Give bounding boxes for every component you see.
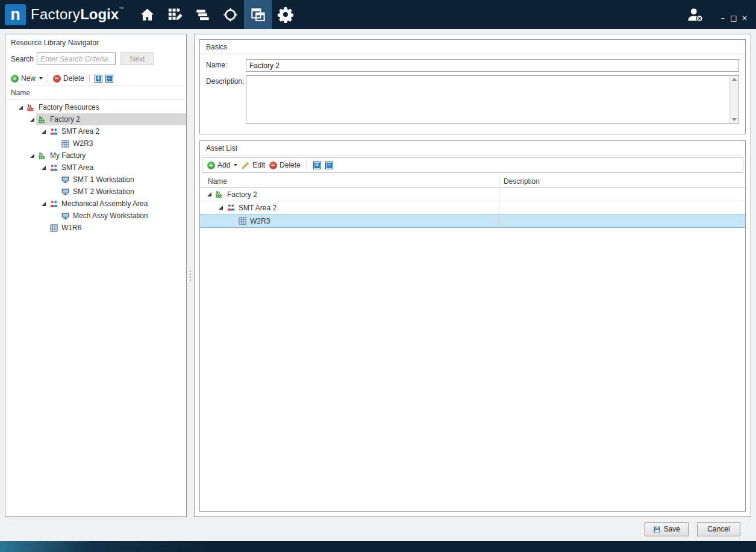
add-button[interactable]: Add bbox=[207, 161, 237, 169]
add-button-label: Add bbox=[217, 161, 230, 169]
column-header-description[interactable]: Description bbox=[499, 175, 745, 187]
asset-table-header: Name Description bbox=[200, 175, 745, 188]
asset-row-smt-area-2[interactable]: SMT Area 2 bbox=[200, 201, 745, 215]
forms-icon bbox=[250, 7, 266, 23]
new-button-label: New bbox=[21, 74, 36, 83]
edit-button-label: Edit bbox=[252, 161, 265, 169]
row-name-cell: SMT 2 Workstation bbox=[5, 186, 186, 198]
nav-item-settings[interactable] bbox=[272, 0, 299, 29]
row-content: SMT Area 2 bbox=[225, 201, 499, 214]
expander-open-icon[interactable] bbox=[42, 166, 46, 170]
row-name-cell: SMT Area 2 bbox=[5, 125, 186, 137]
tree-item-factory-resources[interactable]: Factory Resources bbox=[5, 101, 186, 113]
column-header-name[interactable]: Name bbox=[200, 177, 499, 186]
tree-item-smt-2-workstation[interactable]: SMT 2 Workstation bbox=[5, 186, 186, 198]
tree-item-w2r3[interactable]: W2R3 bbox=[5, 137, 186, 149]
search-label: Search bbox=[11, 55, 34, 63]
row-content: W1R6 bbox=[48, 222, 186, 234]
asset-description-cell bbox=[499, 201, 745, 214]
row-content: SMT 1 Workstation bbox=[59, 174, 186, 186]
expander-open-icon[interactable] bbox=[30, 154, 34, 158]
name-input[interactable] bbox=[246, 59, 739, 72]
nav-item-production[interactable] bbox=[189, 0, 216, 29]
asset-table-body: Factory 2SMT Area 2W2R3 bbox=[200, 188, 745, 228]
item-label: SMT Area 2 bbox=[61, 127, 99, 136]
tree-item-smt-area[interactable]: SMT Area bbox=[5, 162, 186, 174]
expand-all-button[interactable] bbox=[95, 75, 102, 83]
edit-button[interactable]: Edit bbox=[242, 161, 265, 169]
user-account-icon[interactable] bbox=[686, 7, 704, 23]
asset-row-w2r3[interactable]: W2R3 bbox=[200, 215, 745, 228]
dropdown-caret-icon bbox=[234, 164, 237, 166]
toolbar-separator bbox=[89, 74, 90, 83]
item-label: My Factory bbox=[50, 151, 86, 160]
expander-open-icon[interactable] bbox=[207, 192, 211, 196]
tree-item-smt-1-workstation[interactable]: SMT 1 Workstation bbox=[5, 174, 186, 186]
item-label: W2R3 bbox=[250, 217, 270, 225]
nav-item-home[interactable] bbox=[133, 0, 161, 29]
main-nav bbox=[133, 0, 299, 29]
rack-icon bbox=[61, 139, 70, 148]
tree-item-mech-assy-workstation[interactable]: Mech Assy Workstation bbox=[5, 210, 186, 222]
row-content: SMT Area bbox=[48, 162, 186, 174]
row-content: Factory Resources bbox=[25, 101, 186, 113]
nav-item-resources[interactable] bbox=[244, 0, 272, 29]
asset-description-cell bbox=[499, 188, 745, 201]
collapse-all-assets-button[interactable] bbox=[325, 162, 333, 169]
application-window: n FactoryLogix™ bbox=[0, 0, 756, 552]
delete-button-label: Delete bbox=[63, 74, 84, 83]
titlebar: n FactoryLogix™ bbox=[0, 0, 756, 29]
stacked-trays-icon bbox=[195, 7, 211, 23]
scroll-down-icon[interactable] bbox=[732, 118, 737, 121]
expand-all-assets-button[interactable] bbox=[313, 162, 321, 169]
tree-item-factory-2[interactable]: Factory 2 bbox=[5, 113, 186, 125]
new-button[interactable]: New bbox=[11, 74, 43, 83]
asset-list-section: Asset List Add Edit Delete bbox=[199, 140, 746, 512]
item-label: SMT 1 Workstation bbox=[73, 175, 134, 184]
cancel-button[interactable]: Cancel bbox=[697, 522, 740, 536]
add-circle-icon bbox=[11, 75, 19, 83]
tree-item-mechanical-assembly-area[interactable]: Mechanical Assembly Area bbox=[5, 198, 186, 210]
asset-description-cell bbox=[499, 215, 745, 227]
scroll-up-icon[interactable] bbox=[732, 78, 737, 81]
nav-item-dispatch[interactable] bbox=[216, 0, 244, 29]
panel-splitter[interactable] bbox=[187, 34, 194, 517]
factory-green-icon bbox=[38, 115, 47, 124]
expander-open-icon[interactable] bbox=[30, 118, 34, 122]
expander-open-icon[interactable] bbox=[42, 202, 46, 206]
tree-item-w1r6[interactable]: W1R6 bbox=[5, 222, 186, 234]
close-button[interactable]: × bbox=[739, 14, 750, 22]
search-input[interactable] bbox=[37, 52, 116, 65]
item-label: W1R6 bbox=[61, 224, 81, 232]
delete-circle-icon bbox=[53, 75, 61, 83]
item-label: Mechanical Assembly Area bbox=[61, 199, 148, 208]
textarea-scrollbar[interactable] bbox=[729, 76, 739, 123]
expander-open-icon[interactable] bbox=[42, 130, 46, 134]
grid-pencil-icon bbox=[167, 7, 183, 23]
expander-open-icon[interactable] bbox=[19, 105, 23, 110]
panel-title: Resource Library Navigator bbox=[5, 34, 186, 51]
save-button[interactable]: Save bbox=[645, 522, 689, 536]
trademark-symbol: ™ bbox=[119, 6, 123, 11]
status-footer bbox=[0, 541, 756, 552]
minimize-button[interactable]: – bbox=[717, 14, 728, 22]
tree-item-smt-area-2[interactable]: SMT Area 2 bbox=[5, 125, 186, 137]
nav-item-npi[interactable] bbox=[161, 0, 189, 29]
maximize-button[interactable]: □ bbox=[728, 14, 739, 22]
collapse-all-button[interactable] bbox=[105, 75, 113, 83]
delete-button[interactable]: Delete bbox=[53, 74, 84, 83]
item-label: Mech Assy Workstation bbox=[73, 212, 148, 220]
area-icon bbox=[49, 127, 58, 136]
row-name-cell: Factory Resources bbox=[5, 101, 186, 113]
expander-open-icon[interactable] bbox=[219, 205, 223, 210]
factory-green-icon bbox=[38, 151, 47, 160]
delete-asset-button[interactable]: Delete bbox=[269, 161, 301, 169]
description-input[interactable] bbox=[246, 76, 729, 123]
brand-factory: Factory bbox=[31, 6, 80, 22]
next-button[interactable]: Next bbox=[120, 52, 154, 65]
asset-row-factory-2[interactable]: Factory 2 bbox=[200, 188, 745, 201]
tree-item-my-factory[interactable]: My Factory bbox=[5, 149, 186, 162]
row-name-cell: Mechanical Assembly Area bbox=[5, 198, 186, 210]
workstation-icon bbox=[61, 175, 70, 184]
description-label: Description: bbox=[206, 75, 246, 124]
